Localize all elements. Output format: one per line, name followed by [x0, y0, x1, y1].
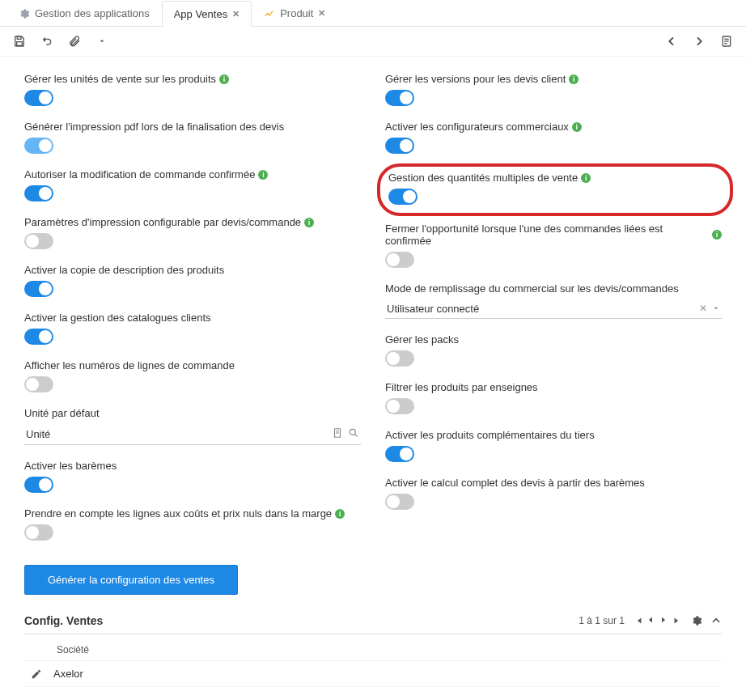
- generate-config-button[interactable]: Générer la configuration des ventes: [24, 565, 238, 595]
- toggle-quote-versions[interactable]: [385, 90, 414, 106]
- chevron-up-icon[interactable]: [710, 615, 722, 626]
- toggle-line-numbers[interactable]: [24, 376, 53, 392]
- field-label: Autoriser la modification de commande co…: [24, 168, 255, 180]
- toggle-margin-zero-cost[interactable]: [24, 524, 53, 541]
- gear-icon: [19, 8, 30, 19]
- select-value: Utilisateur connecté: [387, 303, 479, 315]
- toggle-configurators[interactable]: [385, 138, 414, 154]
- pencil-icon[interactable]: [31, 668, 42, 680]
- chevron-right-icon[interactable]: [693, 35, 706, 48]
- toggle-multi-qty[interactable]: [388, 189, 418, 205]
- prev-page-icon[interactable]: [646, 615, 657, 626]
- toggle-sales-units[interactable]: [24, 90, 53, 106]
- tab-label: Gestion des applications: [35, 7, 150, 19]
- close-icon[interactable]: ✕: [318, 8, 325, 19]
- field-label: Unité par défaut: [24, 407, 100, 419]
- info-icon[interactable]: i: [219, 74, 229, 84]
- tab-label: Produit: [280, 7, 313, 19]
- tab-label: App Ventes: [174, 8, 228, 20]
- first-page-icon[interactable]: [633, 615, 644, 626]
- field-label: Gérer les versions pour les devis client: [385, 73, 566, 85]
- document-icon[interactable]: [332, 427, 343, 441]
- config-table: Société Axelor: [24, 639, 722, 687]
- field-quote-versions: Gérer les versions pour les devis client…: [385, 73, 722, 106]
- field-label: Fermer l'opportunité lorsque l'une des c…: [385, 223, 709, 247]
- tab-app-management[interactable]: Gestion des applications: [6, 0, 162, 26]
- field-label: Prendre en compte les lignes aux coûts e…: [24, 507, 332, 520]
- fill-mode-select[interactable]: Utilisateur connecté ✕: [385, 299, 722, 319]
- info-icon[interactable]: i: [304, 218, 314, 227]
- tab-app-ventes[interactable]: App Ventes ✕: [162, 1, 252, 27]
- toolbar: [0, 27, 746, 57]
- info-icon[interactable]: i: [572, 122, 582, 132]
- toggle-scales[interactable]: [24, 477, 53, 493]
- field-label: Activer le calcul complet des devis à pa…: [385, 477, 645, 489]
- right-column: Gérer les versions pour les devis client…: [385, 73, 722, 595]
- field-label: Gérer les unités de vente sur les produi…: [24, 73, 216, 85]
- field-label: Gérer les packs: [385, 333, 459, 346]
- tab-produit[interactable]: Produit ✕: [252, 0, 337, 26]
- toggle-full-calc[interactable]: [385, 494, 414, 510]
- field-default-unit: Unité par défaut Unité: [24, 407, 361, 445]
- info-icon[interactable]: i: [258, 170, 268, 180]
- field-modify-confirmed: Autoriser la modification de commande co…: [24, 168, 361, 202]
- section-title: Config. Ventes: [24, 614, 103, 627]
- toggle-packs[interactable]: [385, 350, 414, 367]
- info-icon[interactable]: i: [581, 173, 591, 183]
- toggle-filter-brands[interactable]: [385, 398, 414, 414]
- toggle-pdf-finalize[interactable]: [24, 138, 53, 154]
- undo-icon[interactable]: [40, 35, 53, 48]
- last-page-icon[interactable]: [672, 615, 683, 626]
- toggle-copy-description[interactable]: [24, 281, 53, 297]
- svg-rect-1: [17, 42, 23, 46]
- close-icon[interactable]: ✕: [232, 9, 239, 19]
- gear-icon[interactable]: [691, 615, 702, 626]
- toggle-print-params[interactable]: [24, 233, 53, 249]
- chart-line-icon: [264, 8, 275, 19]
- toggle-complementary-products[interactable]: [385, 446, 414, 462]
- attachment-icon[interactable]: [68, 35, 81, 48]
- field-sales-units: Gérer les unités de vente sur les produi…: [24, 73, 361, 106]
- info-icon[interactable]: i: [569, 74, 579, 84]
- paging-text: 1 à 1 sur 1: [579, 615, 625, 626]
- search-icon[interactable]: [348, 427, 359, 441]
- field-fill-mode: Mode de remplissage du commercial sur le…: [385, 282, 722, 319]
- input-value: Unité: [26, 428, 50, 440]
- field-configurators: Activer les configurateurs commerciauxi: [385, 121, 722, 154]
- field-label: Activer les barèmes: [24, 460, 117, 472]
- document-icon[interactable]: [720, 35, 733, 48]
- field-copy-description: Activer la copie de description des prod…: [24, 264, 361, 297]
- save-icon[interactable]: [13, 35, 26, 48]
- field-full-calc: Activer le calcul complet des devis à pa…: [385, 477, 722, 510]
- left-column: Gérer les unités de vente sur les produi…: [24, 73, 361, 595]
- next-page-icon[interactable]: [659, 615, 670, 626]
- default-unit-input[interactable]: Unité: [24, 424, 361, 445]
- field-scales: Activer les barèmes: [24, 460, 361, 493]
- clear-icon[interactable]: ✕: [699, 303, 707, 315]
- field-print-params: Paramètres d'impression configurable par…: [24, 216, 361, 249]
- field-label: Générer l'impression pdf lors de la fina…: [24, 121, 284, 133]
- field-packs: Gérer les packs: [385, 333, 722, 367]
- table-row[interactable]: Axelor: [24, 661, 722, 687]
- toggle-catalog-management[interactable]: [24, 329, 53, 345]
- table-cell: Axelor: [53, 668, 83, 680]
- toggle-close-opportunity[interactable]: [385, 252, 414, 268]
- field-catalog-management: Activer la gestion des catalogues client…: [24, 312, 361, 345]
- field-margin-zero-cost: Prendre en compte les lignes aux coûts e…: [24, 507, 361, 541]
- field-label: Activer la gestion des catalogues client…: [24, 312, 211, 324]
- caret-down-icon[interactable]: [95, 35, 108, 48]
- chevron-down-icon[interactable]: [712, 303, 720, 315]
- field-label: Filtrer les produits par enseignes: [385, 381, 538, 393]
- info-icon[interactable]: i: [712, 230, 722, 240]
- field-label: Paramètres d'impression configurable par…: [24, 216, 301, 228]
- field-label: Activer les configurateurs commerciaux: [385, 121, 569, 133]
- field-line-numbers: Afficher les numéros de lignes de comman…: [24, 359, 361, 392]
- chevron-left-icon[interactable]: [665, 35, 678, 48]
- toggle-modify-confirmed[interactable]: [24, 185, 53, 202]
- field-close-opportunity: Fermer l'opportunité lorsque l'une des c…: [385, 223, 722, 268]
- info-icon[interactable]: i: [335, 509, 345, 519]
- field-label: Gestion des quantités multiples de vente: [388, 172, 578, 184]
- field-multi-qty: Gestion des quantités multiples de vente…: [388, 172, 718, 205]
- field-label: Afficher les numéros de lignes de comman…: [24, 359, 235, 371]
- svg-point-9: [350, 429, 355, 435]
